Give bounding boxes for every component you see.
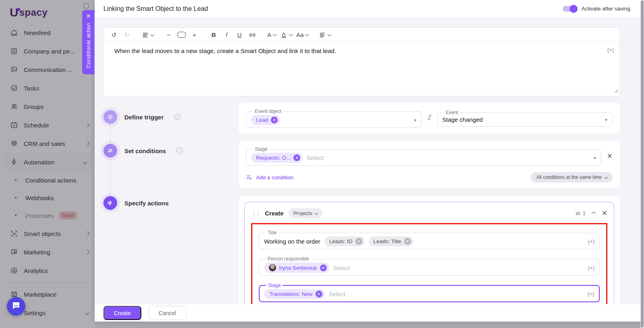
- page-title: Linking the Smart Object to the Lead: [103, 5, 563, 12]
- avatar: [269, 264, 276, 271]
- toggle-knob: [570, 5, 578, 13]
- tab-label: Conditional action: [85, 23, 91, 68]
- description-editor[interactable]: ↺ ↻ − + B I U A Aa: [103, 27, 620, 96]
- chip-translations-new[interactable]: Translations: New ✕: [264, 289, 325, 299]
- trigger-step-icon: [103, 110, 117, 124]
- trigger-card: Event object Lead ✕ ▾ Event Stage change…: [239, 103, 620, 133]
- remove-chip-icon[interactable]: ✕: [320, 264, 327, 271]
- remove-chip-icon[interactable]: ✕: [293, 154, 300, 161]
- create-action-block: ⋮⋮ Create Projects id: 1 ✕: [244, 202, 614, 304]
- link-icon: [426, 114, 433, 123]
- chip-requests-stage[interactable]: Requests: O... ✕: [251, 153, 303, 163]
- condition-stage-field[interactable]: Stage Requests: O... ✕ Select ▾: [246, 146, 601, 166]
- activate-toggle-group: Activate after saving: [563, 6, 630, 12]
- undo-button[interactable]: ↺: [109, 30, 119, 40]
- collapse-action-icon[interactable]: [591, 211, 596, 216]
- italic-button[interactable]: I: [221, 30, 232, 40]
- activate-toggle[interactable]: [563, 6, 576, 12]
- conditions-step-icon: [103, 144, 117, 158]
- chip-iryna-serbeniuk[interactable]: Iryna Serbeniuk ✕: [264, 262, 329, 273]
- drag-handle-icon[interactable]: ⋮⋮: [251, 210, 260, 216]
- title-field[interactable]: Title Working on the order Leads: ID ✕ L…: [259, 230, 600, 249]
- info-icon[interactable]: i: [174, 114, 181, 120]
- chat-bubble-icon: [11, 301, 21, 312]
- person-responsible-field[interactable]: Person responsible Iryna Serbeniuk ✕ Sel…: [259, 256, 600, 276]
- highlight-color-button[interactable]: [279, 30, 293, 40]
- highlighted-fields-region: Title Working on the order Leads: ID ✕ L…: [251, 223, 607, 304]
- event-value: Stage changed: [442, 116, 483, 123]
- close-icon[interactable]: ✕: [86, 13, 91, 19]
- app-root: U spacy Newsfeed Company and pe... Commu…: [0, 0, 644, 328]
- chevron-down-icon: [328, 32, 332, 36]
- scrollbar-thumb[interactable]: [641, 0, 644, 328]
- chevron-down-icon: [305, 32, 309, 36]
- insert-variable-token[interactable]: {+}: [588, 265, 594, 271]
- stage-field[interactable]: Stage Translations: New ✕ Select {+}: [259, 283, 600, 302]
- workflow-stepper: Define trigger i Set conditions i Specif…: [103, 103, 239, 304]
- dropdown-arrow-icon[interactable]: ▾: [414, 117, 416, 123]
- decrease-font-size-button[interactable]: −: [163, 30, 174, 40]
- toggle-label: Activate after saving: [581, 6, 630, 12]
- text-case-button[interactable]: Aa: [295, 30, 309, 40]
- remove-chip-icon[interactable]: ✕: [404, 238, 411, 245]
- insert-variable-token[interactable]: {+}: [588, 291, 594, 297]
- chevron-down-icon: [289, 32, 293, 36]
- modal-header: Linking the Smart Object to the Lead Act…: [95, 0, 641, 18]
- remove-chip-icon[interactable]: ✕: [271, 117, 278, 123]
- insert-link-button[interactable]: [247, 30, 258, 40]
- remove-condition-icon[interactable]: ✕: [607, 153, 613, 160]
- create-button[interactable]: Create: [103, 306, 141, 320]
- chevron-down-icon: [314, 211, 318, 215]
- dropdown-arrow-icon[interactable]: ▾: [605, 117, 607, 123]
- paragraph-format-button[interactable]: [141, 30, 155, 40]
- page-scrollbar[interactable]: [640, 0, 644, 328]
- conditional-action-modal: ✕ Conditional action Linking the Smart O…: [95, 0, 641, 322]
- chevron-down-icon: [151, 32, 155, 36]
- add-condition-button[interactable]: Add a condition: [246, 174, 293, 181]
- conditional-action-tab[interactable]: ✕ Conditional action: [82, 10, 95, 74]
- chevron-down-icon: [605, 176, 608, 179]
- workflow-content: Define trigger i Set conditions i Specif…: [103, 103, 620, 304]
- font-size-box-icon: [178, 32, 186, 38]
- editor-text[interactable]: When the lead moves to a new stage, crea…: [104, 42, 619, 96]
- underline-button[interactable]: U: [234, 30, 245, 40]
- font-color-button[interactable]: A: [266, 30, 277, 40]
- chip-leads-title[interactable]: Leads: Title ✕: [369, 236, 413, 246]
- action-type-label: Create: [265, 210, 284, 217]
- event-object-field[interactable]: Event object Lead ✕ ▾: [246, 109, 422, 128]
- conditions-card: Stage Requests: O... ✕ Select ▾ ✕: [239, 141, 620, 188]
- conditions-mode-select[interactable]: All conditions at the same time: [531, 172, 613, 182]
- entity-select[interactable]: Projects: [289, 208, 322, 218]
- font-size-box-button[interactable]: [176, 30, 187, 40]
- increase-font-size-button[interactable]: +: [189, 30, 200, 40]
- actions-card: ⋮⋮ Create Projects id: 1 ✕: [239, 196, 620, 304]
- chat-widget-button[interactable]: [7, 297, 25, 316]
- chip-leads-id[interactable]: Leads: ID ✕: [324, 236, 365, 246]
- insert-variable-token[interactable]: {+}: [607, 47, 614, 53]
- editor-toolbar: ↺ ↻ − + B I U A Aa: [104, 28, 619, 42]
- info-icon[interactable]: i: [176, 148, 183, 154]
- text-align-button[interactable]: [318, 30, 332, 40]
- workflow-cards: Event object Lead ✕ ▾ Event Stage change…: [239, 103, 620, 304]
- remove-action-icon[interactable]: ✕: [602, 210, 607, 217]
- redo-button[interactable]: ↻: [122, 30, 132, 40]
- resize-handle-icon[interactable]: [614, 88, 618, 95]
- remove-chip-icon[interactable]: ✕: [316, 291, 322, 297]
- chip-lead[interactable]: Lead ✕: [251, 115, 280, 125]
- dropdown-arrow-icon[interactable]: ▾: [594, 155, 596, 161]
- event-field[interactable]: Event Stage changed ▾: [437, 110, 613, 127]
- cancel-button[interactable]: Cancel: [149, 306, 186, 320]
- step-specify-actions: Specify actions: [103, 196, 169, 210]
- insert-variable-token[interactable]: {+}: [588, 238, 594, 244]
- stepper-connector: [110, 119, 111, 205]
- step-define-trigger: Define trigger i: [103, 110, 181, 124]
- chevron-down-icon: [273, 32, 277, 36]
- title-text[interactable]: Working on the order: [264, 238, 320, 245]
- step-set-conditions: Set conditions i: [103, 144, 183, 158]
- actions-step-icon: [103, 196, 117, 210]
- remove-chip-icon[interactable]: ✕: [355, 238, 362, 245]
- bold-button[interactable]: B: [208, 30, 219, 40]
- action-id-label: id: 1: [576, 210, 586, 216]
- modal-footer: Create Cancel: [95, 304, 641, 322]
- modal-body: ↺ ↻ − + B I U A Aa: [95, 18, 641, 304]
